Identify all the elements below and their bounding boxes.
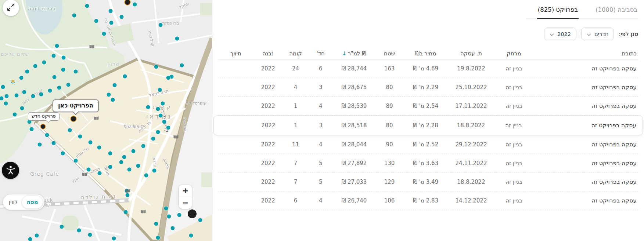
listing-dot[interactable] <box>1 85 5 89</box>
listing-dot[interactable] <box>164 207 168 211</box>
listing-dot[interactable] <box>5 94 9 98</box>
listing-dot[interactable] <box>111 98 115 102</box>
listing-dot[interactable] <box>107 93 111 97</box>
listing-dot[interactable] <box>39 92 43 96</box>
year-filter-dropdown[interactable]: 2022 <box>544 28 576 40</box>
listing-dot[interactable] <box>156 130 160 134</box>
listing-dot[interactable] <box>158 88 162 92</box>
listing-dot[interactable] <box>154 222 158 226</box>
listing-dot[interactable] <box>66 83 71 87</box>
listing-dot[interactable] <box>55 44 59 48</box>
table-row[interactable]: עסקה בפרויקט זהבניין זה14.12.20222.83 מ'… <box>218 191 638 210</box>
listing-dot[interactable] <box>113 83 117 87</box>
listing-dot[interactable] <box>162 120 166 124</box>
map-layer-toggle[interactable]: לווין מפה <box>3 194 44 210</box>
listing-dot[interactable] <box>31 94 35 98</box>
listing-dot[interactable] <box>108 165 112 169</box>
listing-dot[interactable] <box>78 135 82 139</box>
listing-dot[interactable] <box>61 151 65 156</box>
table-row[interactable]: עסקה בפרויקט זהבניין זה25.10.20222.29 מ'… <box>218 78 638 97</box>
listing-dot[interactable] <box>136 164 140 168</box>
listing-dot[interactable] <box>189 234 193 238</box>
listing-dot[interactable] <box>167 215 171 219</box>
listing-dot[interactable] <box>98 171 102 175</box>
listing-dot[interactable] <box>60 225 64 229</box>
listing-dot[interactable] <box>30 127 34 131</box>
table-row[interactable]: עסקה בפרויקט זהבניין זה24.11.20223.63 מ'… <box>218 154 638 173</box>
listing-dot[interactable] <box>15 94 19 98</box>
listing-dot[interactable] <box>146 105 150 109</box>
listing-dot[interactable] <box>109 9 113 13</box>
map-toggle-selected[interactable]: מפה <box>22 196 43 208</box>
listing-dot[interactable] <box>171 226 175 230</box>
listing-dot[interactable] <box>53 75 57 79</box>
listing-dot[interactable] <box>122 155 126 159</box>
listing-dot[interactable] <box>112 237 116 241</box>
listing-dot[interactable] <box>52 54 56 58</box>
listing-dot[interactable] <box>72 14 76 18</box>
listing-dot[interactable] <box>175 37 179 41</box>
listing-dot[interactable] <box>42 61 46 65</box>
listing-dot[interactable] <box>152 169 156 173</box>
listing-dot[interactable] <box>25 70 29 74</box>
listing-dot-yellow[interactable] <box>11 79 15 83</box>
listing-dot[interactable] <box>33 64 37 68</box>
listing-dot[interactable] <box>22 90 26 94</box>
listing-dot[interactable] <box>123 74 127 78</box>
listing-dot[interactable] <box>133 3 137 7</box>
listing-dot[interactable] <box>180 63 184 67</box>
satellite-toggle[interactable]: לווין <box>9 199 18 205</box>
listing-dot[interactable] <box>132 149 136 153</box>
listing-dot[interactable] <box>108 151 112 156</box>
map[interactable]: בריכת דורהשלום עליכםשלום עליכםשלוםשדרות … <box>0 0 212 241</box>
listing-dot[interactable] <box>89 140 93 145</box>
listing-dot[interactable] <box>141 144 145 148</box>
listing-dot[interactable] <box>48 89 52 93</box>
listing-dot[interactable] <box>156 107 160 111</box>
listing-dot[interactable] <box>4 102 8 106</box>
listing-dot[interactable] <box>87 168 91 172</box>
listing-dot[interactable] <box>166 76 170 80</box>
listing-dot[interactable] <box>127 168 132 172</box>
listing-dot[interactable] <box>45 133 49 137</box>
table-row[interactable]: עסקה בפרויקט זהבניין זה19.8.20224.69 מ' … <box>218 59 638 78</box>
expand-map-button[interactable] <box>3 0 19 16</box>
listing-dot[interactable] <box>159 23 163 27</box>
rooms-filter-dropdown[interactable]: חדרים <box>581 28 614 40</box>
project-marker[interactable] <box>40 124 46 129</box>
project-marker[interactable] <box>188 209 197 218</box>
listing-dot[interactable] <box>109 21 114 25</box>
listing-dot[interactable] <box>144 174 148 178</box>
listing-dot[interactable] <box>198 218 202 222</box>
listing-dot[interactable] <box>35 234 39 238</box>
listing-dot[interactable] <box>156 236 160 240</box>
listing-dot[interactable] <box>161 102 165 106</box>
listing-dot[interactable] <box>74 70 78 74</box>
listing-dot[interactable] <box>28 237 32 241</box>
listing-dot[interactable] <box>52 141 56 145</box>
table-row[interactable]: עסקה בפרויקט זהבניין זה18.8.20223.49 מ' … <box>218 173 638 191</box>
table-row[interactable]: עסקה בפרויקט זהבניין זה18.8.20222.28 מ' … <box>213 116 643 135</box>
listing-dot[interactable] <box>19 76 24 80</box>
listing-dot[interactable] <box>119 160 123 164</box>
listing-dot[interactable] <box>74 159 78 163</box>
zoom-in-button[interactable]: + <box>179 185 192 197</box>
zoom-out-button[interactable]: − <box>179 197 192 209</box>
listing-dot[interactable] <box>68 128 72 132</box>
listing-dot[interactable] <box>13 113 17 117</box>
listing-dot[interactable] <box>77 229 81 233</box>
listing-dot[interactable] <box>85 4 89 8</box>
table-row[interactable]: עסקה בפרויקט זהבניין זה29.12.20222.52 מ'… <box>218 135 638 154</box>
tab-in-project[interactable]: בפרויקט (825) <box>537 0 579 19</box>
listing-dot[interactable] <box>88 233 92 237</box>
table-row[interactable]: עסקה בפרויקט זהבניין זה17.11.20222.54 מ'… <box>218 97 638 116</box>
project-marker[interactable] <box>70 116 77 122</box>
listing-dot[interactable] <box>57 86 61 90</box>
tab-around[interactable]: בסביבה (1000) <box>595 0 638 18</box>
listing-dot[interactable] <box>159 114 163 118</box>
listing-dot[interactable] <box>94 19 98 23</box>
listing-dot[interactable] <box>154 65 158 69</box>
listing-dot[interactable] <box>124 210 128 214</box>
listing-dot[interactable] <box>177 213 181 217</box>
listing-dot[interactable] <box>97 146 101 150</box>
